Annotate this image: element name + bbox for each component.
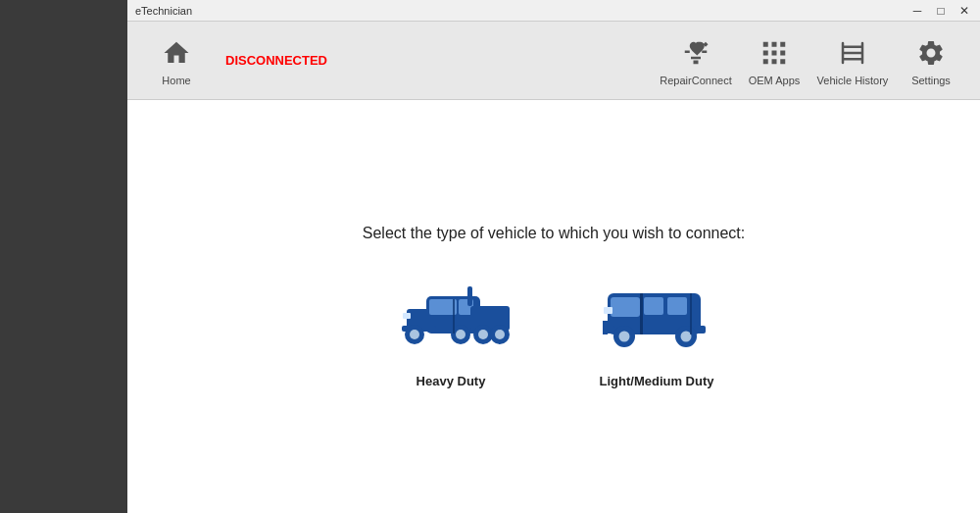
svg-rect-7 xyxy=(772,59,777,64)
repairconnect-icon xyxy=(678,35,713,71)
settings-label: Settings xyxy=(911,75,951,86)
title-bar: eTechnician ─ □ ✕ xyxy=(127,0,980,22)
svg-point-18 xyxy=(410,330,419,339)
svg-rect-31 xyxy=(667,297,687,315)
light-medium-duty-option[interactable]: Light/Medium Duty xyxy=(593,272,720,388)
settings-button[interactable]: Settings xyxy=(892,26,970,96)
oemapps-label: OEM Apps xyxy=(749,75,801,86)
connection-status: DISCONNECTED xyxy=(225,53,327,68)
svg-rect-42 xyxy=(640,293,643,334)
svg-rect-10 xyxy=(842,41,845,64)
repairconnect-label: RepairConnect xyxy=(660,75,731,86)
svg-rect-13 xyxy=(429,299,457,315)
svg-rect-33 xyxy=(603,326,614,333)
heavy-duty-option[interactable]: Heavy Duty xyxy=(387,272,514,388)
svg-rect-5 xyxy=(780,50,785,55)
toolbar: Home DISCONNECTED RepairConnect xyxy=(127,22,980,100)
svg-point-36 xyxy=(619,332,630,342)
svg-rect-3 xyxy=(763,50,768,55)
svg-point-22 xyxy=(478,330,488,339)
home-button[interactable]: Home xyxy=(137,26,216,96)
svg-point-38 xyxy=(681,332,692,342)
svg-rect-30 xyxy=(644,297,663,315)
sidebar xyxy=(0,0,127,513)
window-controls: ─ □ ✕ xyxy=(909,3,972,19)
light-medium-duty-icon xyxy=(593,272,720,364)
light-medium-duty-label: Light/Medium Duty xyxy=(600,374,714,388)
svg-rect-25 xyxy=(467,286,472,306)
oemapps-icon xyxy=(757,35,792,71)
settings-icon xyxy=(913,35,949,71)
content-area: Select the type of vehicle to which you … xyxy=(127,100,980,513)
svg-rect-4 xyxy=(772,50,777,55)
svg-rect-26 xyxy=(403,313,411,319)
minimize-button[interactable]: ─ xyxy=(909,3,925,19)
vehicle-select-prompt: Select the type of vehicle to which you … xyxy=(363,225,745,242)
vehiclehistory-icon xyxy=(835,35,870,71)
home-icon xyxy=(159,35,194,71)
svg-rect-2 xyxy=(780,41,785,46)
repairconnect-button[interactable]: RepairConnect xyxy=(657,26,735,96)
close-button[interactable]: ✕ xyxy=(956,3,972,19)
vehicle-options: Heavy Duty xyxy=(387,272,720,388)
svg-rect-0 xyxy=(763,41,768,46)
heavy-duty-label: Heavy Duty xyxy=(416,374,486,388)
svg-rect-29 xyxy=(611,297,640,317)
svg-point-20 xyxy=(456,330,466,339)
maximize-button[interactable]: □ xyxy=(933,3,949,19)
heavy-duty-icon xyxy=(387,272,514,364)
svg-point-24 xyxy=(495,330,505,339)
vehiclehistory-label: Vehicle History xyxy=(817,75,889,86)
main-area: eTechnician ─ □ ✕ Home DISCONNECTED xyxy=(127,0,980,513)
svg-rect-9 xyxy=(861,41,864,64)
oemapps-button[interactable]: OEM Apps xyxy=(735,26,813,96)
home-label: Home xyxy=(162,75,190,86)
app-title: eTechnician xyxy=(135,5,192,17)
vehiclehistory-button[interactable]: Vehicle History xyxy=(813,26,892,96)
svg-rect-39 xyxy=(604,307,612,314)
svg-rect-8 xyxy=(780,59,785,64)
svg-rect-1 xyxy=(772,41,777,46)
svg-rect-6 xyxy=(763,59,768,64)
